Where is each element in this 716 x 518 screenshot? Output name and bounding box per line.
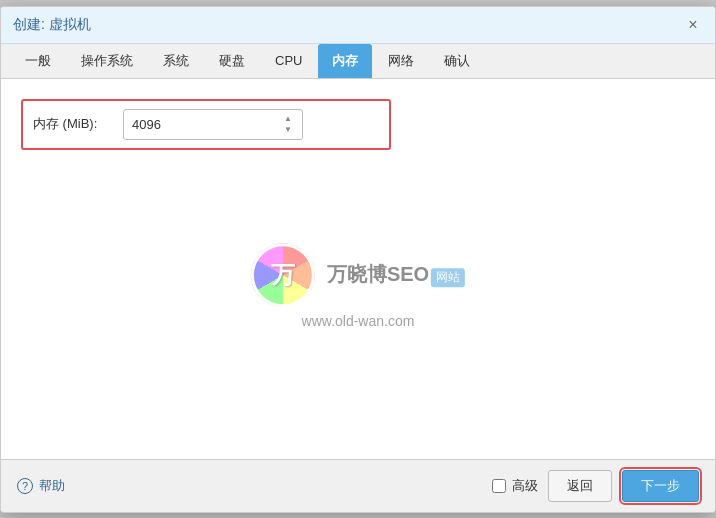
close-button[interactable]: ×: [683, 15, 703, 35]
dialog: 创建: 虚拟机 × 一般 操作系统 系统 硬盘 CPU 内存 网络 确认 内存 …: [0, 6, 716, 513]
tabs-bar: 一般 操作系统 系统 硬盘 CPU 内存 网络 确认: [1, 44, 715, 79]
tab-system[interactable]: 系统: [149, 44, 203, 78]
advanced-row: 高级: [492, 477, 538, 495]
brand-text: 万晓博SEO网站: [327, 261, 465, 288]
dialog-title: 创建: 虚拟机: [13, 16, 91, 34]
tab-network[interactable]: 网络: [374, 44, 428, 78]
spinner-down-button[interactable]: ▼: [282, 125, 294, 135]
logo-char: 万: [271, 259, 295, 291]
memory-label: 内存 (MiB):: [33, 115, 123, 133]
tab-os[interactable]: 操作系统: [67, 44, 147, 78]
brand-url: www.old-wan.com: [302, 313, 415, 329]
memory-input[interactable]: [132, 117, 272, 132]
watermark-logo: 万 万晓博SEO网站: [251, 243, 465, 307]
footer: ? 帮助 高级 返回 下一步: [1, 459, 715, 512]
help-label: 帮助: [39, 477, 65, 495]
help-icon: ?: [17, 478, 33, 494]
content-area: 内存 (MiB): ▲ ▼ 万 万晓博SEO网站: [1, 79, 715, 459]
back-button[interactable]: 返回: [548, 470, 612, 502]
watermark: 万 万晓博SEO网站 www.old-wan.com: [251, 243, 465, 329]
spinner-up-button[interactable]: ▲: [282, 114, 294, 124]
memory-field-row: 内存 (MiB): ▲ ▼: [21, 99, 391, 150]
brand-badge: 网站: [431, 268, 465, 287]
advanced-checkbox[interactable]: [492, 479, 506, 493]
tab-general[interactable]: 一般: [11, 44, 65, 78]
memory-input-wrapper: ▲ ▼: [123, 109, 303, 140]
brand-name: 万晓博SEO: [327, 263, 429, 285]
tab-confirm[interactable]: 确认: [430, 44, 484, 78]
brand-name-row: 万晓博SEO网站: [327, 261, 465, 288]
logo-circle: 万: [251, 243, 315, 307]
next-button[interactable]: 下一步: [622, 470, 699, 502]
tab-disk[interactable]: 硬盘: [205, 44, 259, 78]
advanced-label: 高级: [512, 477, 538, 495]
tab-memory[interactable]: 内存: [318, 44, 372, 78]
help-area[interactable]: ? 帮助: [17, 477, 65, 495]
tab-cpu[interactable]: CPU: [261, 45, 316, 76]
titlebar: 创建: 虚拟机 ×: [1, 7, 715, 44]
footer-actions: 高级 返回 下一步: [492, 470, 699, 502]
memory-spinner[interactable]: ▲ ▼: [282, 114, 294, 135]
